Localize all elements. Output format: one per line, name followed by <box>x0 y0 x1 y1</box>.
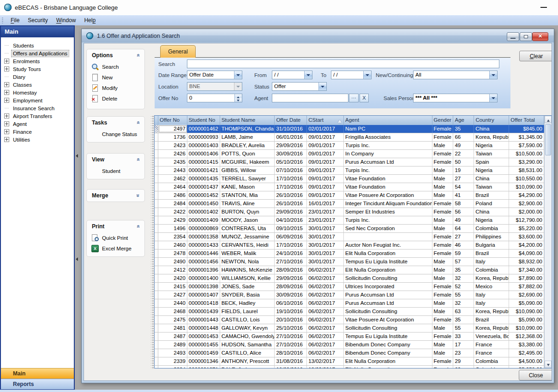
close-button[interactable]: Close <box>519 370 552 380</box>
chevron-down-icon[interactable] <box>363 71 371 79</box>
table-row[interactable]: 24350000001415MCGUIRE, Hakeem05/10/20160… <box>155 158 544 166</box>
dialog-close-button[interactable] <box>532 32 548 41</box>
chevron-up-icon[interactable]: » <box>136 225 141 228</box>
action-student[interactable]: Student <box>87 166 144 176</box>
action-change-status[interactable]: Change Status <box>87 129 144 139</box>
action-quick-print[interactable]: Quick Print <box>87 232 144 243</box>
table-row[interactable]: 24750000001443CASTILLO, Lois20/10/201606… <box>155 316 544 324</box>
chevron-down-icon[interactable] <box>304 71 312 79</box>
column-header-cstart[interactable]: CStart <box>307 116 344 125</box>
column-header-offer-date[interactable]: Offer Date <box>275 116 307 125</box>
action-excel-merge[interactable]: Excel Merge <box>87 243 144 254</box>
agent-clear-button[interactable]: X <box>360 94 369 102</box>
scroll-up-icon[interactable] <box>545 116 552 123</box>
sidebar-item-classes[interactable]: Classes <box>1 81 74 89</box>
column-header-gender[interactable]: Gender <box>432 116 454 125</box>
column-header-agent[interactable]: Agent <box>344 116 432 125</box>
table-row[interactable]: 24230000001403BRADLEY, Aurelia29/09/2016… <box>155 142 544 150</box>
table-row[interactable]: 24150000001398JONES, Sade28/09/201606/02… <box>155 283 544 291</box>
panel-header-tasks[interactable]: Tasks» <box>87 117 144 129</box>
offer-no-stepper[interactable]: 0 <box>187 94 242 102</box>
chevron-up-icon[interactable]: » <box>136 121 141 125</box>
sidebar-item-insurance-search[interactable]: Insurance Search <box>1 104 74 112</box>
splitter-collapse-left-icon[interactable] <box>76 257 78 261</box>
to-date-select[interactable]: / / <box>331 71 372 79</box>
chevron-down-icon[interactable] <box>489 71 497 79</box>
new-continuing-select[interactable]: All <box>413 71 498 79</box>
column-header-student-name[interactable]: Student Name <box>220 116 275 125</box>
search-input[interactable] <box>187 59 499 68</box>
splitter-collapse-left-icon[interactable] <box>76 154 78 158</box>
chevron-up-icon[interactable]: » <box>136 54 141 57</box>
table-row[interactable]: 24780000001446WEBER, Malik24/10/201630/0… <box>155 249 544 258</box>
expand-plus-icon[interactable] <box>4 113 9 119</box>
clear-button[interactable]: Clear <box>519 51 552 61</box>
sidebar-item-employment[interactable]: Employment <box>1 96 74 104</box>
agent-browse-button[interactable]: ··· <box>349 94 359 102</box>
column-header-offer-total[interactable]: Offer Total <box>509 116 544 125</box>
table-row[interactable]: 24430000001421GIBBS, Willow07/10/201609/… <box>155 166 544 175</box>
agent-input[interactable] <box>272 94 348 102</box>
table-row[interactable]: 24270000001407SNYDER, Basia30/09/201606/… <box>155 291 544 299</box>
table-row[interactable]: 24680000001439FIELDS, Laurel19/10/201606… <box>155 308 544 316</box>
table-row[interactable]: 24640000001437KANE, Mason17/10/201609/01… <box>155 183 544 191</box>
chevron-down-icon[interactable] <box>489 94 497 102</box>
table-row[interactable]: 24890000001455HUDSON, Samantha27/10/2016… <box>155 341 544 349</box>
expand-plus-icon[interactable] <box>4 90 9 95</box>
chevron-up-icon[interactable]: » <box>136 158 141 161</box>
table-row[interactable]: 14960000000869CONTRERAS, Uta09/10/201530… <box>155 225 544 233</box>
table-row[interactable]: 23540000001358MUNOZ, Jessamine06/09/2016… <box>155 233 544 241</box>
sidebar-item-students[interactable]: Students <box>1 42 74 49</box>
column-header-age[interactable]: Age <box>453 116 474 125</box>
expand-plus-icon[interactable] <box>4 121 9 126</box>
spin-down-icon[interactable] <box>235 98 242 102</box>
window-minimize-button[interactable] <box>540 7 547 8</box>
status-select[interactable]: Offer <box>272 82 327 91</box>
expand-plus-icon[interactable] <box>4 59 9 64</box>
menu-item-window[interactable]: Window <box>52 15 80 25</box>
expand-plus-icon[interactable] <box>4 98 9 103</box>
action-new[interactable]: New <box>87 72 144 83</box>
action-search[interactable]: Search <box>87 61 144 72</box>
action-modify[interactable]: Modify <box>87 83 144 93</box>
table-row[interactable]: 24200000001400WILLIAMSON, Kellie29/09/20… <box>155 274 544 283</box>
sidebar-item-homestay[interactable]: Homestay <box>1 89 74 96</box>
table-row[interactable]: 24870000001453CAMACHO, Gwendolyn27/10/20… <box>155 333 544 341</box>
sidebar-item-diary[interactable]: Diary <box>1 73 74 81</box>
sidebar-item-finance[interactable]: Finance <box>1 128 74 136</box>
sidebar-item-offers-and-applications[interactable]: Offers and Applications <box>1 49 74 57</box>
table-row[interactable]: 24290000001409MOODY, Jason04/10/201623/0… <box>155 216 544 225</box>
nav-button-main[interactable]: Main <box>1 368 74 379</box>
chevron-down-icon[interactable]: » <box>136 194 141 197</box>
table-row[interactable]: 23390000001346ANTHONY, Prescott31/08/201… <box>155 357 544 366</box>
menu-item-file[interactable]: File <box>6 15 24 25</box>
panel-header-print[interactable]: Print» <box>87 220 144 232</box>
sidebar-item-enrolments[interactable]: Enrolments <box>1 57 74 65</box>
table-row[interactable]: 24120000001396HAWKINS, McKenzie28/09/201… <box>155 266 544 274</box>
dialog-restore-button[interactable] <box>520 32 532 41</box>
table-row[interactable]: 24840000001450TRAVIS, Aline26/10/201616/… <box>155 200 544 208</box>
table-row[interactable]: 24220000001402BURTON, Quyn29/09/201623/0… <box>155 208 544 216</box>
tab-general[interactable]: General <box>160 45 196 58</box>
table-row[interactable]: 24970000001462THOMPSON, Chanda31/10/2016… <box>155 125 544 133</box>
grid-scrollbar[interactable] <box>544 116 552 368</box>
panel-header-options[interactable]: Options» <box>87 49 144 61</box>
sidebar-item-agent[interactable]: Agent <box>1 120 74 128</box>
sidebar-item-study-tours[interactable]: Study Tours <box>1 65 74 73</box>
from-date-select[interactable]: / / <box>272 71 312 79</box>
table-row[interactable]: 17360000000993LAMB, Jaime06/01/201609/01… <box>155 133 544 142</box>
dialog-minimize-button[interactable] <box>507 32 519 41</box>
sidebar-item-airport-transfers[interactable]: Airport Transfers <box>1 112 74 120</box>
scroll-down-icon[interactable] <box>545 361 552 368</box>
panel-header-merge[interactable]: Merge» <box>87 190 144 202</box>
nav-button-reports[interactable]: Reports <box>1 379 74 389</box>
expand-plus-icon[interactable] <box>4 82 9 87</box>
chevron-down-icon[interactable] <box>234 71 242 79</box>
table-row[interactable]: 24900000001456NEWTON, Nola27/10/201630/0… <box>155 258 544 266</box>
table-row[interactable]: 24600000001433CERVANTES, Heidi17/10/2016… <box>155 241 544 249</box>
table-row[interactable]: 24810000001448GALLOWAY, Kevyn25/10/20160… <box>155 324 544 333</box>
action-delete[interactable]: Delete <box>87 93 144 104</box>
table-row[interactable]: 24260000001406POTTS, Quon30/09/201609/01… <box>155 150 544 158</box>
expand-plus-icon[interactable] <box>4 137 9 142</box>
expand-plus-icon[interactable] <box>4 66 9 71</box>
